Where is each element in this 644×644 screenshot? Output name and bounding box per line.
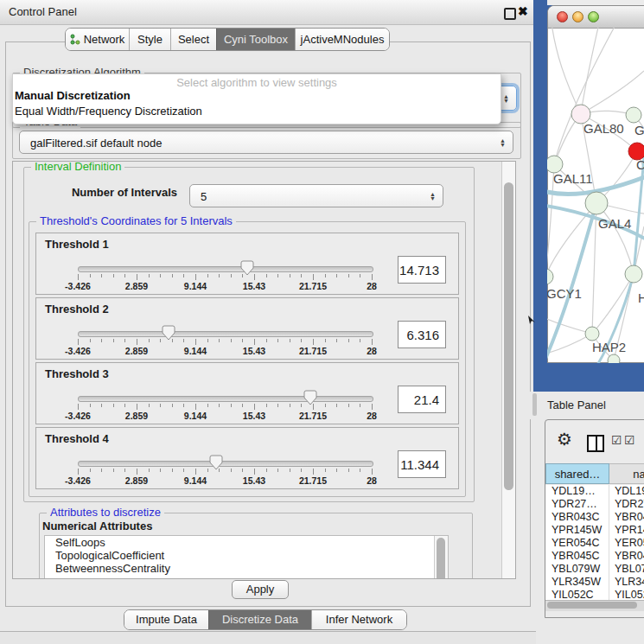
threshold-value-input[interactable]: 21.4 <box>398 386 446 413</box>
slider-tick <box>160 274 161 277</box>
table-cell[interactable]: YDL19… <box>545 485 609 498</box>
slider-tick-label: 15.43 <box>235 475 273 486</box>
slider-track[interactable] <box>78 461 373 467</box>
slider-tick <box>348 339 349 342</box>
network-canvas[interactable]: GAL80GCGAL11GAL4GCY1HHAP2 <box>547 28 644 363</box>
threshold-panel: Threshold 1-3.4262.8599.14415.4321.71528… <box>35 233 459 295</box>
table-cell[interactable]: YBR043C <box>545 511 609 524</box>
apply-button[interactable]: Apply <box>232 580 289 599</box>
table-row[interactable]: YDR27…YDR27 <box>545 498 644 511</box>
table-cell[interactable]: YBR043C <box>609 511 644 524</box>
network-node[interactable] <box>585 327 599 341</box>
attribute-list-item[interactable]: TopologicalCoefficient <box>45 549 448 562</box>
float-window-icon[interactable] <box>504 8 516 20</box>
control-panel-title: Control Panel <box>9 5 77 18</box>
slider-tick <box>101 339 102 342</box>
menu-item-equal-width-frequency[interactable]: Equal Width/Frequency Discretization <box>15 105 202 118</box>
minimize-traffic-light-icon[interactable] <box>572 11 583 22</box>
table-cell[interactable]: YLR345W <box>609 576 644 589</box>
table-cell[interactable]: YBR045C <box>545 550 609 563</box>
table-cell[interactable]: YDR27… <box>545 498 609 511</box>
gear-icon[interactable]: ⚙ <box>557 430 572 448</box>
tab-impute-data[interactable]: Impute Data <box>124 610 208 629</box>
tab-network[interactable]: Network <box>66 29 129 50</box>
tab-infer-network[interactable]: Infer Network <box>311 610 406 629</box>
network-node[interactable] <box>547 269 553 284</box>
main-scrollbar-thumb[interactable] <box>504 182 513 490</box>
table-row[interactable]: YPR145WYPR145W <box>545 524 644 537</box>
zoom-traffic-light-icon[interactable] <box>588 11 599 22</box>
network-node[interactable] <box>608 354 620 363</box>
slider-track[interactable] <box>78 266 373 272</box>
list-scrollbar[interactable] <box>434 536 448 579</box>
table-cell[interactable]: YDR27 <box>609 498 644 511</box>
slider-tick <box>124 274 125 277</box>
menu-item-manual-discretization[interactable]: Manual Discretization <box>15 89 131 102</box>
slider-handle[interactable] <box>240 260 254 278</box>
split-columns-icon[interactable] <box>587 435 604 452</box>
slider-handle[interactable] <box>162 325 175 343</box>
tab-cyni-toolbox[interactable]: Cyni Toolbox <box>216 29 295 50</box>
slider-tick <box>325 469 326 472</box>
slider-track[interactable] <box>78 396 373 402</box>
slider-tick <box>336 469 337 472</box>
slider-tick <box>195 274 196 280</box>
slider-handle[interactable] <box>209 455 223 473</box>
tab-jactivemnodules[interactable]: jActiveMNodules <box>295 29 389 50</box>
table-row[interactable]: YBL079WYBL079W <box>545 563 644 576</box>
table-cell[interactable]: YBL079W <box>545 563 609 576</box>
slider-tick <box>231 469 232 472</box>
numerical-attributes-list[interactable]: SelfLoopsTopologicalCoefficientBetweenne… <box>44 535 449 579</box>
attribute-list-item[interactable]: BetweennessCentrality <box>45 562 448 575</box>
slider-tick <box>78 339 79 345</box>
table-hscrollbar-thumb[interactable] <box>547 602 637 609</box>
slider-tick <box>290 469 290 472</box>
table-cell[interactable]: YER054C <box>609 537 644 550</box>
table-cell[interactable]: YBL079W <box>609 563 644 576</box>
slider-tick <box>172 404 173 407</box>
slider-tick <box>113 274 114 277</box>
table-row[interactable]: YLR345WYLR345W <box>545 576 644 589</box>
checkbox-icon[interactable]: ☑ <box>624 433 635 447</box>
tab-select[interactable]: Select <box>170 29 216 50</box>
table-row[interactable]: YBR045CYBR045C <box>545 550 644 563</box>
network-node[interactable] <box>626 107 641 123</box>
network-node[interactable] <box>585 192 608 214</box>
network-node[interactable] <box>547 156 563 173</box>
attribute-list-item[interactable]: SelfLoops <box>45 536 448 549</box>
table-cell[interactable]: YPR145W <box>545 524 609 537</box>
threshold-value-input[interactable]: 11.344 <box>398 450 446 478</box>
table-cell[interactable]: YBR045C <box>609 550 644 563</box>
tab-style[interactable]: Style <box>129 29 170 50</box>
slider-tick <box>336 404 337 407</box>
list-scrollbar-thumb[interactable] <box>437 538 445 579</box>
column-header-name[interactable]: na <box>609 463 644 484</box>
checkbox-icon[interactable]: ☑ <box>611 433 622 447</box>
main-scrollbar[interactable] <box>501 162 516 578</box>
table-row[interactable]: YER054CYER054C <box>545 537 644 550</box>
slider-tick <box>266 339 267 342</box>
slider-tick <box>325 274 326 277</box>
network-node-label: GAL80 <box>583 121 624 136</box>
splitter-handle[interactable] <box>532 393 537 416</box>
slider-tick-label: 15.43 <box>235 411 273 421</box>
table-cell[interactable]: YLR345W <box>545 576 609 589</box>
slider-handle[interactable] <box>303 390 317 408</box>
table-data-combo[interactable]: galFiltered.sif default node ▲▼ <box>19 131 513 154</box>
table-row[interactable]: YDL19…YDL19 <box>545 485 644 498</box>
threshold-value-input[interactable]: 14.713 <box>398 256 446 284</box>
close-traffic-light-icon[interactable] <box>557 11 568 22</box>
network-node-label: C <box>636 157 644 172</box>
network-node[interactable] <box>625 265 642 283</box>
table-cell[interactable]: YPR145W <box>609 524 644 537</box>
table-row[interactable]: YBR043CYBR043C <box>545 511 644 524</box>
number-of-intervals-combo[interactable]: 5 ▲▼ <box>189 184 443 207</box>
table-cell[interactable]: YDL19 <box>609 485 644 498</box>
column-header-shared[interactable]: shared… <box>545 463 609 484</box>
close-icon[interactable]: ✖ <box>518 4 528 18</box>
table-cell[interactable]: YER054C <box>545 537 609 550</box>
slider-track[interactable] <box>78 331 373 337</box>
tab-discretize-data[interactable]: Discretize Data <box>208 610 311 629</box>
threshold-value-input[interactable]: 6.316 <box>398 321 446 348</box>
network-window-titlebar[interactable] <box>548 6 644 29</box>
